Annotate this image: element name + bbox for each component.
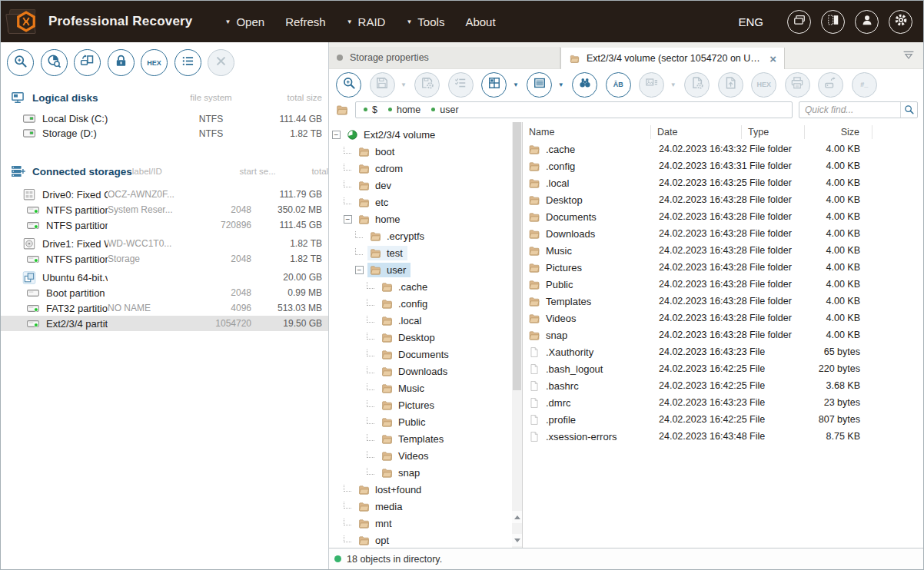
storage-row[interactable]: Boot partition20480.99 MB bbox=[1, 285, 328, 300]
file-row[interactable]: .bash_logout24.02.2023 16:42:25File220 b… bbox=[523, 360, 923, 377]
file-row[interactable]: Music24.02.2023 16:43:28File folder4.00 … bbox=[523, 242, 923, 259]
menu-item-tools[interactable]: ▼Tools bbox=[406, 15, 444, 28]
column-size[interactable]: Size bbox=[805, 125, 872, 139]
tree-item[interactable]: .local bbox=[329, 312, 511, 329]
file-row[interactable]: Videos24.02.2023 16:43:28File folder4.00… bbox=[523, 310, 923, 326]
file-row[interactable]: .profile24.02.2023 16:42:25File807 bytes bbox=[523, 411, 923, 428]
scan-for-lost-data-button[interactable] bbox=[336, 72, 361, 98]
file-row[interactable]: Public24.02.2023 16:43:28File folder4.00… bbox=[523, 276, 923, 293]
tree-item[interactable]: Videos bbox=[329, 447, 511, 464]
find-files-button[interactable] bbox=[572, 72, 597, 98]
tree-item[interactable]: etc bbox=[329, 194, 511, 210]
file-row[interactable]: .config24.02.2023 16:43:31File folder4.0… bbox=[523, 157, 923, 174]
file-row[interactable]: .local24.02.2023 16:43:25File folder4.00… bbox=[523, 174, 923, 191]
column-date[interactable]: Date bbox=[651, 125, 742, 139]
menu-item-raid[interactable]: ▼RAID bbox=[347, 15, 386, 28]
column-label-id[interactable]: label/ID bbox=[132, 167, 218, 176]
breadcrumb-segment[interactable]: home bbox=[388, 104, 420, 115]
decryption-button[interactable] bbox=[108, 49, 135, 76]
tree-item[interactable]: boot bbox=[329, 143, 511, 160]
tree-item[interactable]: −home bbox=[329, 210, 511, 227]
hex-viewer-button[interactable]: HEX bbox=[141, 49, 168, 76]
tree-item[interactable]: −Ext2/3/4 volume bbox=[329, 126, 511, 143]
search-icon[interactable] bbox=[900, 102, 917, 118]
file-row[interactable]: .Xauthority24.02.2023 16:43:23File65 byt… bbox=[523, 343, 923, 360]
tree-item[interactable]: Desktop bbox=[329, 329, 511, 346]
file-row[interactable]: Pictures24.02.2023 16:43:28File folder4.… bbox=[523, 259, 923, 276]
file-row[interactable]: .dmrc24.02.2023 16:43:23File23 bytes bbox=[523, 394, 923, 411]
tree-item[interactable]: Downloads bbox=[329, 363, 511, 379]
view-layout-button[interactable] bbox=[481, 72, 507, 98]
menu-item-open[interactable]: ▼Open bbox=[225, 15, 265, 28]
tree-item[interactable]: Music bbox=[329, 379, 511, 396]
file-row[interactable]: .xsession-errors24.02.2023 16:43:48File8… bbox=[523, 428, 923, 445]
scan-storage-button[interactable] bbox=[7, 49, 34, 76]
tab-inactive[interactable]: Storage properties bbox=[329, 47, 560, 68]
file-row[interactable]: Desktop24.02.2023 16:43:28File folder4.0… bbox=[523, 191, 923, 208]
tree-expander[interactable]: − bbox=[344, 215, 352, 224]
disk-analysis-button[interactable] bbox=[41, 49, 68, 76]
quick-find-input[interactable] bbox=[799, 104, 900, 115]
tree-item[interactable]: dev bbox=[329, 177, 511, 194]
tree-item[interactable]: Templates bbox=[329, 430, 511, 447]
column-type[interactable]: Type bbox=[742, 125, 805, 139]
tree-item[interactable]: cdrom bbox=[329, 160, 511, 177]
breadcrumb[interactable]: $homeuser bbox=[355, 101, 793, 118]
storage-row[interactable]: NTFS partition720896111.45 GB bbox=[1, 217, 328, 233]
column-start-sector[interactable]: start se... bbox=[218, 167, 276, 176]
filename-encoding-button[interactable]: ĀB bbox=[606, 72, 631, 98]
list-options-button[interactable] bbox=[527, 72, 552, 98]
tree-item[interactable]: Pictures bbox=[329, 396, 511, 413]
menu-item-refresh[interactable]: Refresh bbox=[285, 15, 326, 28]
tab-list-icon[interactable] bbox=[900, 47, 917, 64]
column-file-system[interactable]: file system bbox=[171, 93, 251, 102]
tree-item[interactable]: Public bbox=[329, 413, 511, 430]
language-selector[interactable]: ENG bbox=[738, 15, 763, 28]
tree-scrollbar[interactable] bbox=[512, 122, 522, 548]
column-total-size[interactable]: total size bbox=[251, 93, 328, 102]
tree-item[interactable]: Documents bbox=[329, 346, 511, 363]
panel-toggle-button[interactable] bbox=[821, 10, 845, 34]
file-row[interactable]: .bashrc24.02.2023 16:42:25File3.68 KB bbox=[523, 377, 923, 394]
tree-item[interactable]: opt bbox=[329, 532, 511, 548]
file-row[interactable]: Downloads24.02.2023 16:43:28File folder4… bbox=[523, 225, 923, 242]
tree-item[interactable]: mnt bbox=[329, 515, 511, 532]
user-account-button[interactable] bbox=[855, 10, 879, 34]
windows-stack-button[interactable] bbox=[787, 10, 811, 34]
tree-item[interactable]: test bbox=[329, 244, 511, 261]
tree-item[interactable]: .config bbox=[329, 295, 511, 312]
storage-row[interactable]: NTFS partitionSystem Reser...2048350.02 … bbox=[1, 202, 328, 217]
tab-close-button[interactable]: × bbox=[763, 52, 776, 65]
view-layout-caret-icon[interactable]: ▼ bbox=[513, 81, 519, 88]
tree-item[interactable]: lost+found bbox=[329, 481, 511, 498]
menu-item-about[interactable]: About bbox=[465, 15, 495, 28]
column-name[interactable]: Name bbox=[523, 125, 651, 139]
open-disk-image-button[interactable] bbox=[74, 49, 101, 76]
tree-item[interactable]: snap bbox=[329, 464, 511, 481]
breadcrumb-segment[interactable]: user bbox=[431, 104, 458, 115]
tree-item[interactable]: −user bbox=[329, 261, 511, 278]
storage-row[interactable]: Ubuntu 64-bit.vmdk20.00 GB bbox=[1, 270, 328, 285]
list-options-caret-icon[interactable]: ▼ bbox=[558, 81, 564, 88]
file-row[interactable]: Documents24.02.2023 16:43:28File folder4… bbox=[523, 208, 923, 225]
logical-disk-row[interactable]: Storage (D:)NTFS1.82 TB bbox=[1, 126, 328, 141]
file-row[interactable]: snap24.02.2023 16:43:28File folder4.00 K… bbox=[523, 326, 923, 343]
breadcrumb-segment[interactable]: $ bbox=[364, 104, 377, 115]
scrollbar-thumb[interactable] bbox=[513, 122, 521, 390]
file-row[interactable]: .cache24.02.2023 16:43:32File folder4.00… bbox=[523, 141, 923, 157]
tree-item[interactable]: .cache bbox=[329, 278, 511, 295]
tree-expander[interactable]: − bbox=[332, 131, 341, 139]
storage-row[interactable]: Ext2/3/4 partition105472019.50 GB bbox=[1, 316, 328, 331]
storage-row[interactable]: Drive1: Fixed WDC ...WD-WCC1T0...1.82 TB bbox=[1, 236, 328, 251]
scroll-down-button[interactable] bbox=[512, 534, 522, 546]
storage-row[interactable]: FAT32 partitionNO NAME4096513.03 MB bbox=[1, 300, 328, 316]
storage-row[interactable]: Drive0: Fixed OCZ-V...OCZ-AWNZ0F...111.7… bbox=[1, 187, 328, 202]
tree-item[interactable]: media bbox=[329, 498, 511, 515]
storage-properties-button[interactable] bbox=[174, 49, 201, 76]
logical-disk-row[interactable]: Local Disk (C:)NTFS111.44 GB bbox=[1, 111, 328, 126]
tab-active[interactable]: Ext2/3/4 volume (sector 1054720 on Ubunt… bbox=[560, 48, 785, 69]
storage-row[interactable]: NTFS partitionStorage20481.82 TB bbox=[1, 251, 328, 267]
tree-expander[interactable]: − bbox=[355, 266, 364, 274]
tree-item[interactable]: .ecryptfs bbox=[329, 227, 511, 244]
file-row[interactable]: Templates24.02.2023 16:43:28File folder4… bbox=[523, 293, 923, 310]
